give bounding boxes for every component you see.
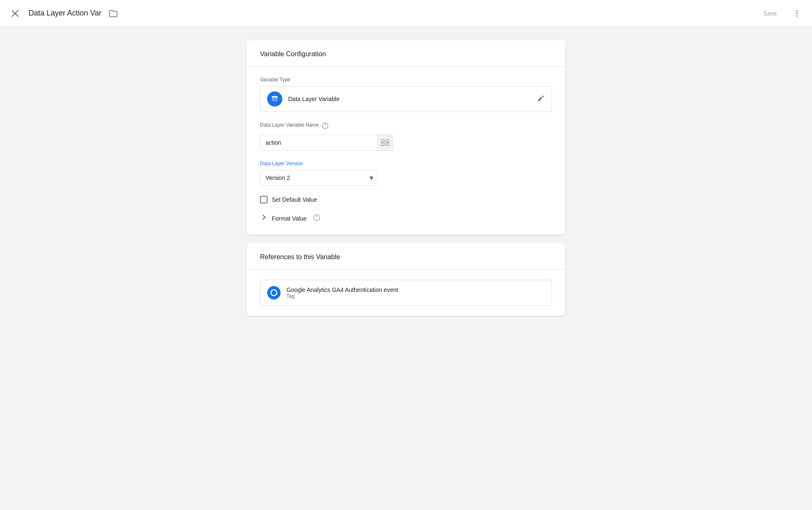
tag-icon	[270, 289, 278, 297]
set-default-value-checkbox[interactable]	[260, 196, 268, 203]
more-vert-icon	[793, 9, 801, 18]
version-label: Data Layer Version	[260, 161, 552, 167]
svg-point-4	[796, 15, 798, 16]
picker-icon	[381, 139, 389, 146]
version-select-wrapper: Version 2 Version 1 ▾	[260, 170, 377, 186]
variable-type-label: Variable Type	[260, 77, 552, 83]
variable-type-selector[interactable]: Data Layer Variable	[260, 86, 552, 112]
page-title: Data Layer Action Var	[29, 9, 102, 18]
close-icon	[11, 9, 19, 18]
format-value-help-icon[interactable]: ?	[313, 214, 320, 223]
format-value-row[interactable]: Format Value ?	[260, 212, 552, 225]
svg-rect-5	[272, 96, 278, 98]
svg-text:?: ?	[315, 216, 318, 220]
folder-button[interactable]	[107, 7, 120, 20]
svg-rect-13	[386, 143, 389, 146]
variable-name-picker-button[interactable]	[377, 135, 393, 151]
header: Data Layer Action Var Save	[0, 0, 812, 27]
version-section: Data Layer Version Version 2 Version 1 ▾	[260, 161, 552, 196]
svg-point-2	[796, 10, 798, 11]
edit-icon	[537, 94, 545, 104]
svg-rect-6	[272, 99, 278, 99]
format-value-label: Format Value	[272, 215, 307, 222]
reference-type: Tag	[286, 293, 398, 299]
svg-rect-12	[386, 140, 389, 142]
svg-rect-7	[272, 100, 278, 101]
reference-info: Google Analytics GA4 Authentication even…	[286, 286, 398, 299]
set-default-value-label: Set Default Value	[272, 196, 317, 203]
variable-name-help-icon[interactable]: ?	[322, 122, 328, 131]
svg-point-3	[796, 13, 798, 14]
variable-name-label-row: Data Layer Variable Name ?	[260, 122, 552, 131]
data-layer-icon	[271, 95, 279, 103]
variable-config-card: Variable Configuration Variable Type Dat…	[247, 40, 565, 235]
close-button[interactable]	[7, 5, 23, 22]
save-button[interactable]: Save	[755, 7, 785, 20]
variable-config-title: Variable Configuration	[260, 50, 552, 58]
svg-rect-11	[381, 143, 384, 146]
variable-name-input[interactable]	[260, 135, 377, 151]
reference-icon	[267, 286, 281, 299]
svg-text:?: ?	[324, 124, 326, 128]
divider	[247, 66, 565, 67]
reference-name: Google Analytics GA4 Authentication even…	[286, 286, 398, 293]
references-divider	[247, 269, 565, 270]
variable-name-label: Data Layer Variable Name	[260, 122, 319, 128]
main-content: Variable Configuration Variable Type Dat…	[0, 27, 812, 329]
variable-name-input-row	[260, 135, 552, 151]
variable-name-section: Data Layer Variable Name ?	[260, 122, 552, 151]
more-options-button[interactable]	[789, 5, 805, 22]
svg-point-16	[271, 290, 277, 296]
references-card: References to this Variable Google Analy…	[247, 243, 565, 316]
variable-type-icon	[267, 91, 282, 107]
header-left: Data Layer Action Var	[7, 5, 755, 22]
set-default-value-row[interactable]: Set Default Value	[260, 196, 552, 203]
folder-icon	[109, 10, 117, 17]
references-title: References to this Variable	[260, 253, 552, 261]
version-select[interactable]: Version 2 Version 1	[260, 170, 377, 186]
variable-type-name: Data Layer Variable	[288, 96, 537, 102]
chevron-right-icon	[260, 213, 268, 223]
svg-rect-10	[381, 140, 384, 142]
header-right: Save	[755, 5, 805, 22]
reference-item[interactable]: Google Analytics GA4 Authentication even…	[260, 280, 552, 306]
